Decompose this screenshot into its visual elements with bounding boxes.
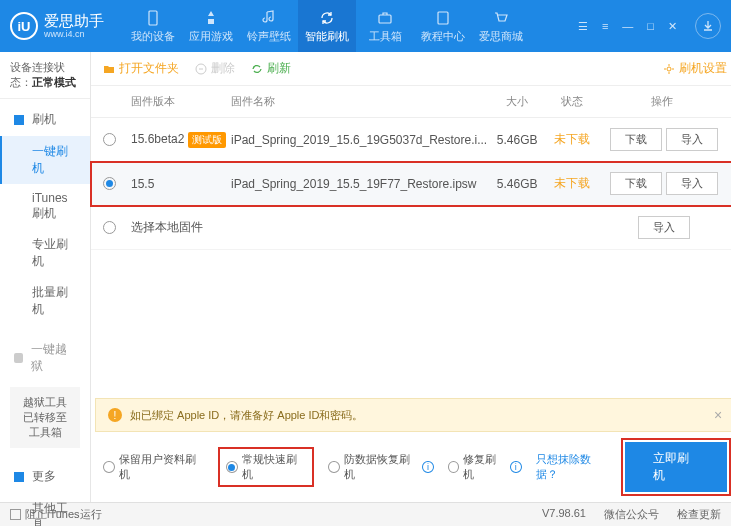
folder-icon bbox=[103, 63, 115, 75]
info-icon[interactable]: i bbox=[510, 461, 522, 473]
square-icon bbox=[14, 115, 24, 125]
option-anti-recovery[interactable]: 防数据恢复刷机i bbox=[328, 452, 434, 482]
svg-rect-0 bbox=[149, 11, 157, 25]
firmware-status: 未下载 bbox=[547, 175, 597, 192]
refresh-icon bbox=[318, 9, 336, 27]
table-header: 固件版本 固件名称 大小 状态 操作 bbox=[91, 86, 731, 118]
sidebar-group-more[interactable]: 更多 bbox=[0, 460, 90, 493]
row-radio[interactable] bbox=[103, 177, 116, 190]
sidebar-item-pro[interactable]: 专业刷机 bbox=[0, 229, 90, 277]
delete-icon bbox=[195, 63, 207, 75]
download-icon[interactable] bbox=[695, 13, 721, 39]
block-itunes-checkbox[interactable] bbox=[10, 509, 21, 520]
jailbreak-note: 越狱工具已转移至工具箱 bbox=[10, 387, 80, 448]
apps-icon bbox=[202, 9, 220, 27]
nav-flash[interactable]: 智能刷机 bbox=[298, 0, 356, 52]
svg-point-4 bbox=[667, 67, 671, 71]
sidebar-item-batch[interactable]: 批量刷机 bbox=[0, 277, 90, 325]
nav-store[interactable]: 爱思商城 bbox=[472, 0, 530, 52]
download-button[interactable]: 下载 bbox=[610, 172, 662, 195]
row-radio[interactable] bbox=[103, 133, 116, 146]
square-icon bbox=[14, 472, 24, 482]
wechat-link[interactable]: 微信公众号 bbox=[604, 507, 659, 522]
nav-ringtones[interactable]: 铃声壁纸 bbox=[240, 0, 298, 52]
download-button[interactable]: 下载 bbox=[610, 128, 662, 151]
firmware-size: 5.46GB bbox=[487, 177, 547, 191]
nav-toolbox[interactable]: 工具箱 bbox=[356, 0, 414, 52]
check-update-link[interactable]: 检查更新 bbox=[677, 507, 721, 522]
maximize-icon[interactable]: □ bbox=[643, 18, 658, 34]
nav-tutorials[interactable]: 教程中心 bbox=[414, 0, 472, 52]
option-fast-flash[interactable]: 常规快速刷机 bbox=[218, 447, 314, 487]
menu-icon[interactable]: ☰ bbox=[574, 18, 592, 35]
brand-name: 爱思助手 bbox=[44, 13, 104, 30]
beta-badge: 测试版 bbox=[188, 132, 226, 148]
erase-only-link[interactable]: 只想抹除数据？ bbox=[536, 452, 611, 482]
block-itunes-label: 阻止iTunes运行 bbox=[25, 507, 102, 522]
music-icon bbox=[260, 9, 278, 27]
delete-button: 删除 bbox=[195, 60, 235, 77]
firmware-row-selected[interactable]: 15.5 iPad_Spring_2019_15.5_19F77_Restore… bbox=[91, 162, 731, 206]
option-keep-data[interactable]: 保留用户资料刷机 bbox=[103, 452, 204, 482]
warning-icon: ! bbox=[108, 408, 122, 422]
gear-icon bbox=[663, 63, 675, 75]
row-radio[interactable] bbox=[103, 221, 116, 234]
flash-settings-button[interactable]: 刷机设置 bbox=[663, 60, 727, 77]
option-repair[interactable]: 修复刷机i bbox=[448, 452, 522, 482]
connection-status: 设备连接状态：正常模式 bbox=[0, 52, 90, 99]
lock-icon bbox=[14, 353, 23, 363]
settings-icon[interactable]: ≡ bbox=[598, 18, 612, 34]
info-icon[interactable]: i bbox=[422, 461, 434, 473]
flash-now-button[interactable]: 立即刷机 bbox=[625, 442, 728, 492]
nav-apps[interactable]: 应用游戏 bbox=[182, 0, 240, 52]
sidebar-group-jailbreak: 一键越狱 bbox=[0, 333, 90, 383]
import-button[interactable]: 导入 bbox=[638, 216, 690, 239]
brand-url: www.i4.cn bbox=[44, 29, 104, 39]
open-folder-button[interactable]: 打开文件夹 bbox=[103, 60, 179, 77]
device-icon bbox=[144, 9, 162, 27]
refresh-icon bbox=[251, 63, 263, 75]
sidebar-group-flash[interactable]: 刷机 bbox=[0, 103, 90, 136]
warning-bar: ! 如已绑定 Apple ID，请准备好 Apple ID和密码。 × bbox=[95, 398, 731, 432]
version-label: V7.98.61 bbox=[542, 507, 586, 522]
logo-icon: iU bbox=[10, 12, 38, 40]
cart-icon bbox=[492, 9, 510, 27]
svg-rect-1 bbox=[379, 15, 391, 23]
toolbox-icon bbox=[376, 9, 394, 27]
firmware-status: 未下载 bbox=[547, 131, 597, 148]
firmware-name: iPad_Spring_2019_15.6_19G5037d_Restore.i… bbox=[231, 133, 487, 147]
sidebar-item-itunes[interactable]: iTunes刷机 bbox=[0, 184, 90, 229]
firmware-size: 5.46GB bbox=[487, 133, 547, 147]
import-button[interactable]: 导入 bbox=[666, 128, 718, 151]
sidebar-item-oneclick[interactable]: 一键刷机 bbox=[0, 136, 90, 184]
firmware-name: iPad_Spring_2019_15.5_19F77_Restore.ipsw bbox=[231, 177, 487, 191]
svg-rect-2 bbox=[438, 12, 448, 24]
minimize-icon[interactable]: — bbox=[618, 18, 637, 34]
nav-my-device[interactable]: 我的设备 bbox=[124, 0, 182, 52]
warning-close-icon[interactable]: × bbox=[714, 407, 722, 423]
close-icon[interactable]: ✕ bbox=[664, 18, 681, 35]
refresh-button[interactable]: 刷新 bbox=[251, 60, 291, 77]
firmware-row[interactable]: 15.6beta2测试版 iPad_Spring_2019_15.6_19G50… bbox=[91, 118, 731, 162]
book-icon bbox=[434, 9, 452, 27]
firmware-row-local[interactable]: 选择本地固件 导入 bbox=[91, 206, 731, 250]
import-button[interactable]: 导入 bbox=[666, 172, 718, 195]
